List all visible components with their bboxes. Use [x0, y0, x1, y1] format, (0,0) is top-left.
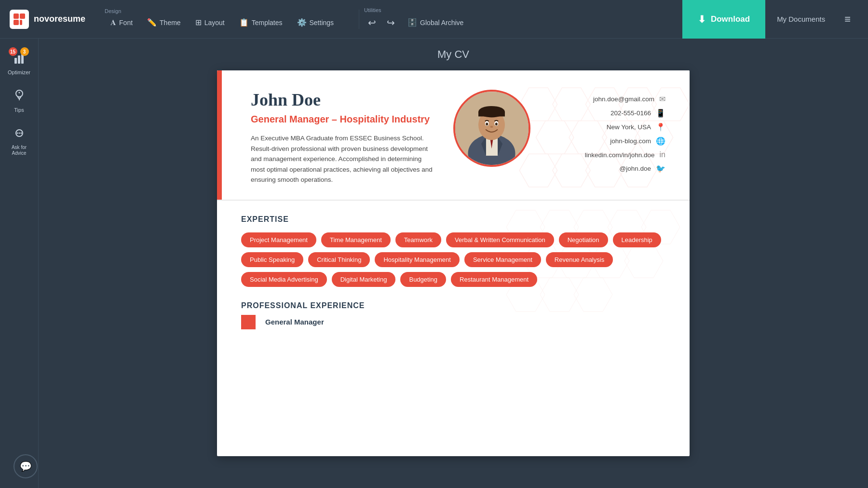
cv-linkedin-text: linkedin.com/in/john.doe — [585, 151, 655, 159]
svg-rect-5 — [18, 55, 20, 64]
templates-nav-item[interactable]: 📋 Templates — [233, 15, 288, 30]
settings-nav-item[interactable]: ⚙️ Settings — [291, 15, 340, 30]
svg-marker-49 — [591, 244, 629, 278]
design-label: Design — [105, 8, 339, 14]
svg-point-9 — [18, 92, 20, 94]
theme-nav-item[interactable]: ✏️ Theme — [141, 15, 187, 30]
cv-photo — [453, 90, 530, 167]
svg-marker-47 — [523, 244, 562, 278]
sidebar-item-tips[interactable]: Tips — [3, 84, 36, 118]
svg-point-7 — [16, 90, 23, 97]
body-hex-bg — [487, 205, 680, 374]
cv-photo-area — [453, 90, 530, 167]
theme-label: Theme — [160, 19, 181, 27]
chat-bubble-button[interactable]: 💬 — [14, 454, 38, 478]
font-icon: 𝐀 — [110, 18, 116, 27]
svg-marker-42 — [506, 210, 545, 244]
svg-marker-44 — [574, 210, 612, 244]
logo-icon — [10, 10, 29, 29]
svg-rect-1 — [20, 14, 25, 19]
settings-icon: ⚙️ — [297, 18, 307, 27]
sidebar-item-advice[interactable]: Ask for Advice — [3, 122, 36, 161]
chat-icon: 💬 — [20, 461, 32, 472]
optimizer-badge-3: 3 — [20, 47, 29, 56]
design-items: 𝐀 Font ✏️ Theme ⊞ Layout 📋 Templates ⚙️ … — [105, 15, 339, 30]
download-label: Download — [711, 14, 750, 24]
cv-twitter-text: @john.doe — [619, 165, 651, 172]
svg-marker-53 — [574, 278, 612, 312]
utility-items: ↩ ↪ 🗄️ Global Archive — [364, 14, 469, 31]
redo-button[interactable]: ↪ — [383, 14, 399, 31]
cv-location: New York, USA 📍 — [550, 122, 665, 132]
utilities-group: Utilities ↩ ↪ 🗄️ Global Archive — [364, 7, 469, 31]
job-title: General Manager — [265, 318, 324, 326]
font-label: Font — [119, 19, 133, 27]
svg-point-41 — [490, 126, 493, 128]
cv-document: John Doe General Manager – Hospitality I… — [217, 70, 690, 456]
templates-label: Templates — [252, 19, 283, 27]
expertise-tag: Teamwork — [395, 232, 441, 247]
expertise-tag: Project Management — [241, 232, 316, 247]
cv-summary: An Executive MBA Graduate from ESSEC Bus… — [251, 133, 434, 185]
svg-rect-0 — [14, 14, 19, 19]
font-nav-item[interactable]: 𝐀 Font — [105, 15, 138, 30]
svg-point-12 — [18, 133, 20, 134]
svg-marker-46 — [641, 210, 680, 244]
main-area: 15 3 Optimizer Tips — [0, 39, 868, 488]
svg-marker-48 — [557, 244, 596, 278]
templates-icon: 📋 — [239, 18, 249, 27]
nav-separator — [359, 10, 359, 29]
svg-marker-52 — [540, 278, 579, 312]
cv-website-text: john-blog.com — [610, 137, 651, 145]
email-icon: ✉ — [659, 95, 665, 104]
undo-button[interactable]: ↩ — [364, 14, 380, 31]
expertise-tag: Critical Thinking — [308, 252, 370, 267]
center-content: My CV — [39, 39, 868, 488]
optimizer-badge-15: 15 — [9, 47, 17, 56]
cv-phone-text: 202-555-0166 — [610, 109, 651, 117]
cv-twitter: @john.doe 🐦 — [550, 164, 665, 173]
website-icon: 🌐 — [656, 136, 665, 146]
design-group: Design 𝐀 Font ✏️ Theme ⊞ Layout 📋 Templa… — [105, 8, 339, 30]
cv-body: EXPERTISE Project ManagementTime Managem… — [217, 201, 690, 344]
cv-header: John Doe General Manager – Hospitality I… — [217, 70, 690, 201]
menu-button[interactable]: ≡ — [837, 13, 858, 26]
global-archive-label: Global Archive — [420, 19, 463, 27]
logo-area: novoresume — [10, 10, 85, 29]
svg-marker-50 — [624, 244, 663, 278]
cv-phone: 202-555-0166 📱 — [550, 108, 665, 118]
header-accent — [217, 70, 222, 200]
optimizer-label: Optimizer — [8, 69, 30, 75]
svg-rect-36 — [478, 111, 505, 116]
settings-label: Settings — [310, 19, 334, 27]
expertise-tag: Time Management — [321, 232, 391, 247]
cv-name: John Doe — [251, 90, 434, 110]
sidebar-item-optimizer[interactable]: 15 3 Optimizer — [3, 46, 36, 80]
expertise-tag: Budgeting — [400, 272, 446, 287]
cv-email-text: john.doe@gmail.com — [593, 95, 654, 103]
tips-icon — [13, 89, 26, 105]
global-archive-item[interactable]: 🗄️ Global Archive — [402, 15, 469, 30]
advice-label: Ask for Advice — [6, 145, 33, 156]
download-button[interactable]: ⬇ Download — [682, 0, 765, 39]
layout-nav-item[interactable]: ⊞ Layout — [190, 15, 231, 30]
cv-contact: john.doe@gmail.com ✉ 202-555-0166 📱 New … — [550, 90, 665, 173]
my-documents-button[interactable]: My Documents — [765, 15, 837, 23]
sidebar: 15 3 Optimizer Tips — [0, 39, 39, 488]
optimizer-icon: 15 3 — [13, 51, 26, 68]
archive-icon: 🗄️ — [407, 18, 417, 27]
tips-label: Tips — [14, 107, 24, 113]
linkedin-icon: in — [660, 150, 665, 159]
svg-point-39 — [486, 122, 488, 125]
download-icon: ⬇ — [698, 14, 706, 25]
svg-point-13 — [20, 133, 22, 134]
layout-label: Layout — [204, 19, 225, 27]
expertise-tag: Public Speaking — [241, 252, 303, 267]
cv-email: john.doe@gmail.com ✉ — [550, 95, 665, 104]
advice-icon — [13, 126, 26, 143]
phone-icon: 📱 — [656, 108, 665, 118]
svg-marker-43 — [540, 210, 579, 244]
top-navigation: novoresume Design 𝐀 Font ✏️ Theme ⊞ Layo… — [0, 0, 868, 39]
theme-icon: ✏️ — [147, 18, 157, 27]
svg-marker-45 — [608, 210, 646, 244]
